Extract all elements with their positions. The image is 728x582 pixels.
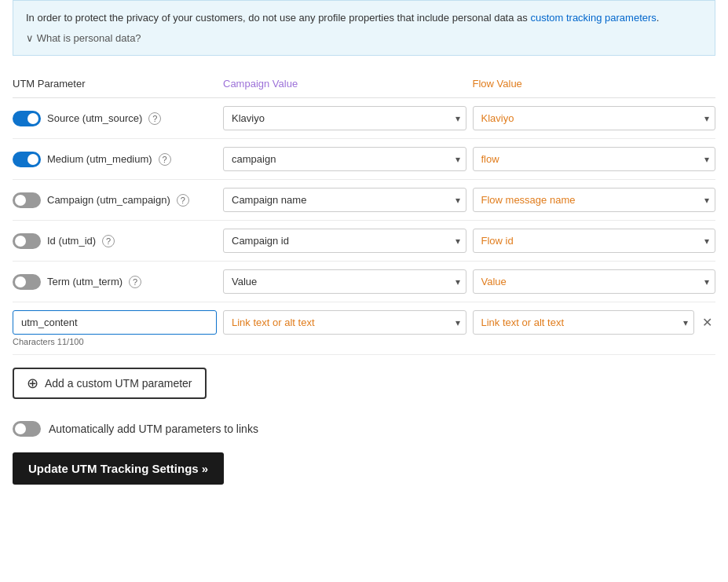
select-medium-campaign[interactable]: campaign Klaviyo Campaign name Campaign … bbox=[223, 147, 466, 171]
select-wrapper-source-campaign: Klaviyo Campaign name Campaign id Value … bbox=[223, 106, 466, 130]
campaign-value-id: Campaign id Klaviyo Campaign name Value … bbox=[217, 229, 466, 253]
utm-param-id: Id (utm_id) ? bbox=[13, 233, 217, 249]
column-headers: UTM Parameter Campaign Value Flow Value bbox=[13, 71, 715, 98]
col-header-flow-value: Flow Value bbox=[466, 78, 716, 90]
select-wrapper-medium-campaign: campaign Klaviyo Campaign name Campaign … bbox=[223, 147, 466, 171]
flow-value-term: Value Klaviyo Flow message name Flow id … bbox=[466, 269, 716, 294]
utm-row-id: Id (utm_id) ? Campaign id Klaviyo Campai… bbox=[13, 221, 715, 262]
help-icon-campaign[interactable]: ? bbox=[177, 194, 189, 207]
select-wrapper-campaign-campaign: Campaign name Klaviyo Campaign id Value … bbox=[223, 188, 466, 212]
utm-param-campaign: Campaign (utm_campaign) ? bbox=[13, 192, 217, 208]
toggle-id[interactable] bbox=[13, 233, 41, 249]
select-custom-campaign[interactable]: Link text or alt text Klaviyo Campaign n… bbox=[223, 310, 466, 335]
update-btn-text: Update UTM Tracking Settings » bbox=[28, 462, 208, 475]
flow-value-id: Flow id Klaviyo Flow message name Value … bbox=[466, 229, 716, 253]
char-count: Characters 11/100 bbox=[13, 337, 217, 346]
add-utm-label: Add a custom UTM parameter bbox=[45, 377, 192, 390]
select-wrapper-id-campaign: Campaign id Klaviyo Campaign name Value … bbox=[223, 229, 466, 253]
select-wrapper-campaign-flow: Flow message name Klaviyo Flow id Value … bbox=[473, 188, 716, 212]
utm-row-source: Source (utm_source) ? Klaviyo Campaign n… bbox=[13, 98, 715, 139]
delete-custom-utm-button[interactable]: ✕ bbox=[699, 313, 715, 332]
select-wrapper-custom-flow: Link text or alt text Klaviyo Flow messa… bbox=[473, 310, 695, 335]
col-header-campaign-value: Campaign Value bbox=[217, 78, 466, 90]
info-banner: In order to protect the privacy of your … bbox=[13, 0, 715, 56]
param-label-source: Source (utm_source) bbox=[47, 112, 142, 124]
select-id-flow[interactable]: Flow id Klaviyo Flow message name Value … bbox=[473, 229, 716, 253]
select-id-campaign[interactable]: Campaign id Klaviyo Campaign name Value … bbox=[223, 229, 466, 253]
help-icon-source[interactable]: ? bbox=[148, 112, 161, 125]
add-custom-utm-button[interactable]: ⊕ Add a custom UTM parameter bbox=[13, 368, 207, 399]
param-label-term: Term (utm_term) bbox=[47, 276, 123, 287]
campaign-value-source: Klaviyo Campaign name Campaign id Value … bbox=[217, 106, 466, 130]
what-is-personal[interactable]: What is personal data? bbox=[26, 31, 702, 46]
select-term-flow[interactable]: Value Klaviyo Flow message name Flow id … bbox=[473, 269, 716, 294]
select-wrapper-medium-flow: flow Klaviyo Flow message name Flow id V… bbox=[473, 147, 716, 171]
select-source-flow[interactable]: Klaviyo Flow message name Flow id Value … bbox=[473, 106, 716, 130]
select-medium-flow[interactable]: flow Klaviyo Flow message name Flow id V… bbox=[473, 147, 716, 171]
param-label-id: Id (utm_id) bbox=[47, 235, 96, 247]
custom-input-wrapper: Characters 11/100 bbox=[13, 310, 217, 346]
utm-param-source: Source (utm_source) ? bbox=[13, 111, 217, 126]
select-source-campaign[interactable]: Klaviyo Campaign name Campaign id Value … bbox=[223, 106, 466, 130]
info-banner-text: In order to protect the privacy of your … bbox=[26, 12, 659, 24]
toggle-medium[interactable] bbox=[13, 152, 41, 167]
utm-row-term: Term (utm_term) ? Value Klaviyo Campaign… bbox=[13, 262, 715, 302]
campaign-value-medium: campaign Klaviyo Campaign name Campaign … bbox=[217, 147, 466, 171]
help-icon-id[interactable]: ? bbox=[102, 235, 115, 247]
campaign-value-term: Value Klaviyo Campaign name Campaign id … bbox=[217, 269, 466, 294]
select-campaign-campaign[interactable]: Campaign name Klaviyo Campaign id Value … bbox=[223, 188, 466, 212]
add-circle-icon: ⊕ bbox=[27, 376, 38, 390]
help-icon-medium[interactable]: ? bbox=[159, 153, 171, 166]
utm-row-medium: Medium (utm_medium) ? campaign Klaviyo C… bbox=[13, 139, 715, 180]
col-header-utm-param: UTM Parameter bbox=[13, 78, 217, 90]
update-utm-button[interactable]: Update UTM Tracking Settings » bbox=[13, 452, 224, 485]
select-wrapper-id-flow: Flow id Klaviyo Flow message name Value … bbox=[473, 229, 716, 253]
select-wrapper-custom-campaign: Link text or alt text Klaviyo Campaign n… bbox=[223, 310, 466, 335]
select-custom-flow[interactable]: Link text or alt text Klaviyo Flow messa… bbox=[473, 310, 695, 335]
auto-add-row: Automatically add UTM parameters to link… bbox=[0, 415, 728, 452]
custom-flow-value: Link text or alt text Klaviyo Flow messa… bbox=[466, 310, 716, 335]
toggle-term[interactable] bbox=[13, 274, 41, 290]
flow-value-medium: flow Klaviyo Flow message name Flow id V… bbox=[466, 147, 716, 171]
auto-add-label: Automatically add UTM parameters to link… bbox=[49, 423, 258, 435]
select-wrapper-source-flow: Klaviyo Flow message name Flow id Value … bbox=[473, 106, 716, 130]
custom-utm-input[interactable] bbox=[13, 310, 217, 335]
toggle-source[interactable] bbox=[13, 111, 41, 126]
utm-table-wrapper: UTM Parameter Campaign Value Flow Value … bbox=[0, 71, 728, 355]
custom-tracking-link[interactable]: custom tracking parameters bbox=[530, 12, 656, 24]
toggle-auto-add[interactable] bbox=[13, 421, 41, 437]
utm-row-campaign: Campaign (utm_campaign) ? Campaign name … bbox=[13, 180, 715, 221]
select-wrapper-term-flow: Value Klaviyo Flow message name Flow id … bbox=[473, 269, 716, 294]
select-campaign-flow[interactable]: Flow message name Klaviyo Flow id Value … bbox=[473, 188, 716, 212]
page-container: In order to protect the privacy of your … bbox=[0, 0, 728, 582]
select-wrapper-term-campaign: Value Klaviyo Campaign name Campaign id … bbox=[223, 269, 466, 294]
param-label-medium: Medium (utm_medium) bbox=[47, 153, 152, 165]
toggle-campaign[interactable] bbox=[13, 192, 41, 208]
select-term-campaign[interactable]: Value Klaviyo Campaign name Campaign id … bbox=[223, 269, 466, 294]
utm-param-term: Term (utm_term) ? bbox=[13, 274, 217, 290]
flow-value-source: Klaviyo Flow message name Flow id Value … bbox=[466, 106, 716, 130]
campaign-value-campaign: Campaign name Klaviyo Campaign id Value … bbox=[217, 188, 466, 212]
help-icon-term[interactable]: ? bbox=[129, 276, 141, 288]
custom-campaign-value: Link text or alt text Klaviyo Campaign n… bbox=[217, 310, 466, 335]
utm-param-medium: Medium (utm_medium) ? bbox=[13, 152, 217, 167]
flow-value-campaign: Flow message name Klaviyo Flow id Value … bbox=[466, 188, 716, 212]
utm-custom-row: Characters 11/100 Link text or alt text … bbox=[13, 302, 715, 355]
param-label-campaign: Campaign (utm_campaign) bbox=[47, 194, 170, 206]
